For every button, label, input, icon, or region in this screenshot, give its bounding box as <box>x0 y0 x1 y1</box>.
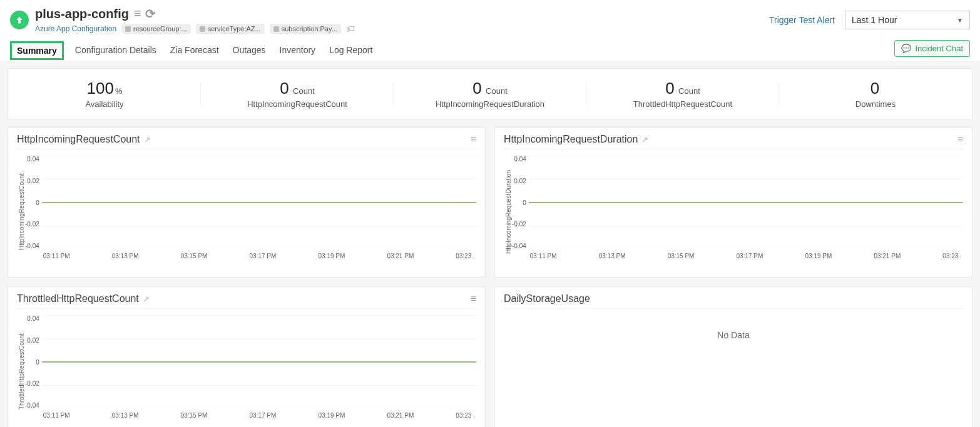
panel-http-incoming-duration: HttpIncomingRequestDuration ↗ ≡ HttpInco… <box>494 127 972 278</box>
tag-service-type[interactable]: serviceType:AZ... <box>196 24 265 34</box>
content: 100% Availability 0 Count HttpIncomingRe… <box>0 61 980 427</box>
popout-icon[interactable]: ↗ <box>144 135 151 144</box>
status-up-icon <box>10 11 29 29</box>
tabs: Summary Configuration Details Zia Foreca… <box>10 41 375 60</box>
metric-availability: 100% Availability <box>8 79 201 109</box>
trigger-test-alert-link[interactable]: Trigger Test Alert <box>769 15 835 25</box>
y-axis-label: ThrottledHttpRequestCount <box>17 315 25 427</box>
time-range-value: Last 1 Hour <box>852 15 897 25</box>
x-ticks: 03:11 PM 03:13 PM 03:15 PM 03:17 PM 03:1… <box>42 412 476 419</box>
popout-icon[interactable]: ↗ <box>143 294 150 304</box>
chart-plot: 03:11 PM 03:13 PM 03:15 PM 03:17 PM 03:1… <box>529 156 963 268</box>
panel-daily-storage: DailyStorageUsage No Data <box>494 286 972 427</box>
x-ticks: 03:11 PM 03:13 PM 03:15 PM 03:17 PM 03:1… <box>529 253 963 259</box>
y-ticks: 0.04 0.02 0 -0.02 -0.04 <box>25 156 42 249</box>
tab-inventory[interactable]: Inventory <box>277 41 319 60</box>
y-axis-label: HttpIncomingRequestCount <box>17 156 25 268</box>
panel-title: DailyStorageUsage <box>504 293 590 304</box>
tag-resource-group[interactable]: resourceGroup:... <box>121 24 191 34</box>
incident-chat-button[interactable]: 💬 Incident Chat <box>894 40 970 57</box>
chat-icon: 💬 <box>901 44 911 53</box>
popout-icon[interactable]: ↗ <box>641 135 648 144</box>
x-ticks: 03:11 PM 03:13 PM 03:15 PM 03:17 PM 03:1… <box>42 253 476 259</box>
tab-zia-forecast[interactable]: Zia Forecast <box>168 41 222 60</box>
metric-incoming-count: 0 Count HttpIncomingRequestCount <box>201 79 394 109</box>
panel-title: HttpIncomingRequestCount <box>17 134 140 145</box>
panel-menu-icon[interactable]: ≡ <box>471 293 476 304</box>
charts-grid: HttpIncomingRequestCount ↗ ≡ HttpIncomin… <box>8 127 972 427</box>
tab-log-report[interactable]: Log Report <box>327 41 375 60</box>
chart-plot: 03:11 PM 03:13 PM 03:15 PM 03:17 PM 03:1… <box>42 315 476 427</box>
page-header: plus-app-config ≡ ⟳ Azure App Configurat… <box>0 0 980 61</box>
breadcrumb-link[interactable]: Azure App Configuration <box>35 24 116 33</box>
panel-title: HttpIncomingRequestDuration <box>504 134 638 145</box>
chevron-down-icon: ▼ <box>957 17 963 24</box>
add-tag-icon[interactable]: 🏷 <box>346 24 355 34</box>
tab-configuration-details[interactable]: Configuration Details <box>73 41 159 60</box>
tab-summary[interactable]: Summary <box>10 41 64 60</box>
metrics-row: 100% Availability 0 Count HttpIncomingRe… <box>8 68 972 119</box>
chart-plot: 03:11 PM 03:13 PM 03:15 PM 03:17 PM 03:1… <box>42 156 476 268</box>
y-axis-label: HttpIncomingRequestDuration <box>504 156 512 268</box>
metric-incoming-duration: 0 Count HttpIncomingRequestDuration <box>394 79 586 109</box>
metric-throttled: 0 Count ThrottledHttpRequestCount <box>586 79 779 109</box>
y-ticks: 0.04 0.02 0 -0.02 -0.04 <box>512 156 529 249</box>
menu-icon[interactable]: ≡ <box>134 6 141 21</box>
no-data-message: No Data <box>504 315 963 355</box>
refresh-icon[interactable]: ⟳ <box>145 6 156 21</box>
panel-menu-icon[interactable]: ≡ <box>471 134 476 145</box>
metric-downtimes: 0 Downtimes <box>779 79 972 109</box>
page-title: plus-app-config <box>35 7 129 21</box>
panel-menu-icon[interactable]: ≡ <box>957 134 963 145</box>
panel-throttled-count: ThrottledHttpRequestCount ↗ ≡ ThrottledH… <box>8 286 486 427</box>
tag-subscription[interactable]: subscription:Pay... <box>270 24 341 34</box>
panel-title: ThrottledHttpRequestCount <box>17 293 139 304</box>
panel-http-incoming-count: HttpIncomingRequestCount ↗ ≡ HttpIncomin… <box>8 127 486 278</box>
tab-outages[interactable]: Outages <box>230 41 268 60</box>
y-ticks: 0.04 0.02 0 -0.02 -0.04 <box>25 315 42 409</box>
time-range-select[interactable]: Last 1 Hour ▼ <box>845 11 970 29</box>
